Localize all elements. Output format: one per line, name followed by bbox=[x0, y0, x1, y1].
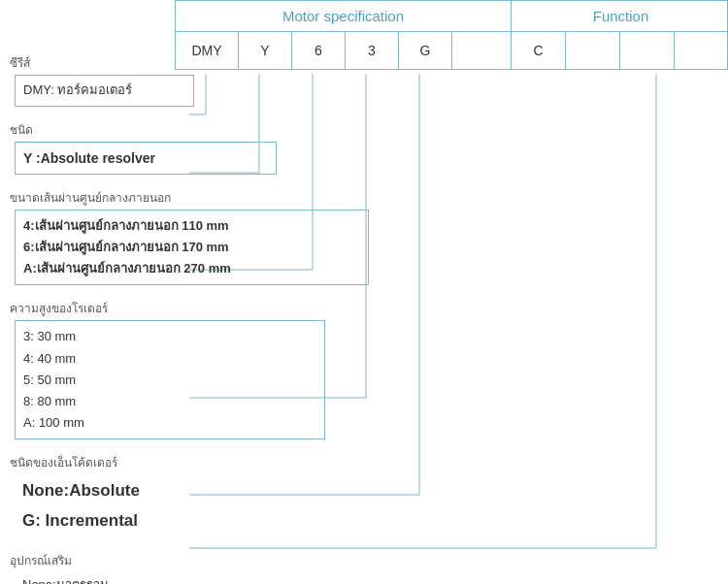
height-value-3: 8: 80 mm bbox=[23, 391, 316, 412]
encoder-value-1: G: Incremental bbox=[22, 506, 720, 536]
height-value-0: 3: 30 mm bbox=[23, 326, 316, 347]
height-section: ความสูงของโรเตอร์ 3: 30 mm 4: 40 mm 5: 5… bbox=[10, 299, 728, 438]
accessory-values-box: None:มาตรฐาน C:กำหนดเอง bbox=[15, 572, 728, 584]
series-label: ซีรีส์ bbox=[10, 53, 728, 72]
accessory-label: อุปกรณ์เสริม bbox=[10, 551, 728, 569]
encoder-label: ชนิดของเอ็นโค้ดเดอร์ bbox=[10, 453, 728, 471]
type-section: ชนิด Y :Absolute resolver bbox=[10, 120, 728, 175]
size-label: ขนาดเส้นผ่านศูนย์กลางภายนอก bbox=[10, 188, 728, 207]
size-value-1: 6:เส้นผ่านศูนย์กลางภายนอก 170 mm bbox=[23, 237, 360, 258]
content-area: ซีรีส์ DMY: ทอร์คมอเตอร์ ชนิด Y :Absolut… bbox=[0, 53, 728, 584]
motor-spec-header: Motor specification bbox=[176, 1, 511, 32]
series-value-0: DMY: ทอร์คมอเตอร์ bbox=[23, 81, 185, 101]
type-label: ชนิด bbox=[10, 120, 728, 139]
series-section: ซีรีส์ DMY: ทอร์คมอเตอร์ bbox=[10, 53, 728, 107]
encoder-value-0: None:Absolute bbox=[22, 476, 720, 506]
size-section: ขนาดเส้นผ่านศูนย์กลางภายนอก 4:เส้นผ่านศู… bbox=[10, 188, 728, 285]
encoder-section: ชนิดของเอ็นโค้ดเดอร์ None:Absolute G: In… bbox=[10, 453, 728, 537]
series-values-box: DMY: ทอร์คมอเตอร์ bbox=[15, 75, 194, 107]
type-value-0: Y :Absolute resolver bbox=[23, 147, 268, 169]
accessory-value-0: None:มาตรฐาน bbox=[22, 574, 720, 584]
height-value-2: 5: 50 mm bbox=[23, 370, 316, 391]
height-values-box: 3: 30 mm 4: 40 mm 5: 50 mm 8: 80 mm A: 1… bbox=[15, 320, 325, 438]
size-value-2: A:เส้นผ่านศูนย์กลางภายนอก 270 mm bbox=[23, 258, 360, 279]
height-label: ความสูงของโรเตอร์ bbox=[10, 299, 728, 317]
main-container: Motor specification DMY Y 6 3 G Function… bbox=[0, 0, 728, 584]
type-values-box: Y :Absolute resolver bbox=[15, 142, 277, 175]
height-value-4: A: 100 mm bbox=[23, 412, 316, 434]
size-values-box: 4:เส้นผ่านศูนย์กลางภายนอก 110 mm 6:เส้นผ… bbox=[15, 210, 369, 285]
size-value-0: 4:เส้นผ่านศูนย์กลางภายนอก 110 mm bbox=[23, 215, 360, 237]
accessory-section: อุปกรณ์เสริม None:มาตรฐาน C:กำหนดเอง bbox=[10, 551, 728, 584]
height-value-1: 4: 40 mm bbox=[23, 348, 316, 370]
encoder-values-box: None:Absolute G: Incremental bbox=[15, 474, 728, 537]
function-header: Function bbox=[512, 1, 728, 32]
